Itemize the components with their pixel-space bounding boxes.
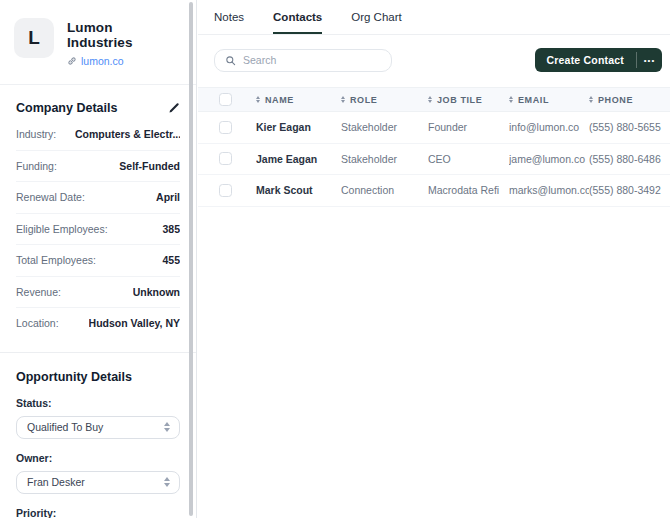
cell-job-title: Founder (428, 121, 509, 133)
edit-pencil-icon[interactable] (168, 102, 180, 114)
company-header-text: Lumon Industries lumon.co (67, 18, 180, 67)
tab-contacts[interactable]: Contacts (273, 0, 322, 34)
sidebar-scrollbar[interactable] (189, 2, 193, 516)
select-stepper-icon (164, 422, 170, 432)
detail-label: Renewal Date: (16, 191, 85, 203)
column-label: PHONE (598, 95, 633, 105)
detail-row-eligible-employees: Eligible Employees: 385 (16, 214, 180, 246)
company-website-text: lumon.co (81, 55, 124, 67)
detail-row-revenue: Revenue: Unknown (16, 277, 180, 309)
column-header-email[interactable]: EMAIL (509, 95, 589, 105)
cell-phone: (555) 880-3492 (589, 184, 670, 196)
search-input[interactable] (243, 54, 381, 66)
detail-value: Computers & Electr... (75, 128, 180, 140)
table-row[interactable]: Mark Scout Connection Macrodata Refi mar… (198, 175, 670, 207)
cell-job-title: CEO (428, 153, 509, 165)
detail-row-industry: Industry: Computers & Electr... (16, 119, 180, 151)
cell-email: jame@lumon.co (509, 153, 589, 165)
tab-notes[interactable]: Notes (214, 0, 244, 34)
detail-label: Industry: (16, 128, 56, 140)
status-label: Status: (16, 397, 180, 409)
tab-bar: Notes Contacts Org Chart (198, 0, 670, 35)
detail-value: 385 (162, 223, 180, 235)
create-contact-button[interactable]: Create Contact (535, 48, 636, 72)
contact-search[interactable] (214, 49, 392, 72)
company-name: Lumon Industries (67, 20, 180, 50)
header-checkbox-cell (198, 93, 256, 106)
priority-label: Priority: (16, 507, 180, 518)
row-checkbox-cell (198, 184, 256, 197)
column-label: EMAIL (518, 95, 549, 105)
detail-row-renewal-date: Renewal Date: April (16, 182, 180, 214)
detail-label: Eligible Employees: (16, 223, 108, 235)
column-header-name[interactable]: NAME (256, 95, 341, 105)
sort-icon (256, 96, 260, 103)
row-checkbox[interactable] (219, 152, 232, 165)
column-label: JOB TILE (437, 95, 482, 105)
detail-label: Total Employees: (16, 254, 96, 266)
select-all-checkbox[interactable] (219, 93, 232, 106)
column-header-role[interactable]: ROLE (341, 95, 428, 105)
search-icon (225, 55, 236, 66)
detail-row-total-employees: Total Employees: 455 (16, 245, 180, 277)
sort-icon (428, 96, 432, 103)
table-row[interactable]: Kier Eagan Stakeholder Founder info@lumo… (198, 112, 670, 144)
contacts-table-header: NAME ROLE JOB TILE EMAIL PHONE (198, 87, 670, 112)
link-icon (67, 56, 77, 66)
column-label: ROLE (350, 95, 377, 105)
company-website-link[interactable]: lumon.co (67, 55, 180, 67)
owner-select[interactable]: Fran Desker (16, 471, 180, 494)
opportunity-details-section: Opportunity Details Status: Qualified To… (0, 353, 196, 518)
company-details-header: Company Details (16, 85, 180, 115)
cell-email: marks@lumon.co (509, 184, 589, 196)
status-select-value: Qualified To Buy (27, 421, 103, 433)
create-contact-split-button: Create Contact ••• (535, 48, 662, 72)
contacts-toolbar: Create Contact ••• (214, 48, 662, 72)
owner-select-value: Fran Desker (27, 476, 85, 488)
row-checkbox[interactable] (219, 184, 232, 197)
avatar-letter: L (28, 27, 40, 49)
sort-icon (509, 96, 513, 103)
tab-org-chart[interactable]: Org Chart (351, 0, 402, 34)
table-row[interactable]: Jame Eagan Stakeholder CEO jame@lumon.co… (198, 144, 670, 176)
row-checkbox-cell (198, 152, 256, 165)
detail-value: Self-Funded (119, 160, 180, 172)
row-checkbox-cell (198, 121, 256, 134)
main-panel: Notes Contacts Org Chart Create Contact … (198, 0, 670, 518)
column-header-job-title[interactable]: JOB TILE (428, 95, 509, 105)
status-select[interactable]: Qualified To Buy (16, 416, 180, 439)
cell-name: Kier Eagan (256, 121, 341, 133)
more-options-button[interactable]: ••• (637, 48, 662, 72)
cell-role: Stakeholder (341, 121, 428, 133)
detail-label: Funding: (16, 160, 57, 172)
column-label: NAME (265, 95, 294, 105)
sort-icon (341, 96, 345, 103)
cell-role: Stakeholder (341, 153, 428, 165)
company-details-section: Company Details Industry: Computers & El… (0, 85, 196, 339)
cell-role: Connection (341, 184, 428, 196)
detail-value: Unknown (133, 286, 180, 298)
owner-label: Owner: (16, 452, 180, 464)
detail-value: April (156, 191, 180, 203)
column-header-phone[interactable]: PHONE (589, 95, 670, 105)
company-details-title: Company Details (16, 101, 117, 115)
company-sidebar: L Lumon Industries lumon.co (0, 0, 197, 518)
cell-email: info@lumon.co (509, 121, 589, 133)
detail-label: Revenue: (16, 286, 61, 298)
detail-row-location: Location: Hudson Valley, NY (16, 308, 180, 339)
detail-value: Hudson Valley, NY (89, 317, 180, 329)
select-stepper-icon (164, 477, 170, 487)
company-details-list: Industry: Computers & Electr... Funding:… (16, 119, 180, 339)
opportunity-details-title: Opportunity Details (16, 353, 180, 384)
detail-row-funding: Funding: Self-Funded (16, 151, 180, 183)
cell-phone: (555) 880-5655 (589, 121, 670, 133)
detail-label: Location: (16, 317, 59, 329)
cell-name: Mark Scout (256, 184, 341, 196)
company-avatar: L (14, 18, 54, 58)
cell-job-title: Macrodata Refi (428, 184, 509, 196)
contacts-table: NAME ROLE JOB TILE EMAIL PHONE (198, 87, 670, 207)
row-checkbox[interactable] (219, 121, 232, 134)
company-header: L Lumon Industries lumon.co (0, 0, 196, 84)
sort-icon (589, 96, 593, 103)
detail-value: 455 (162, 254, 180, 266)
